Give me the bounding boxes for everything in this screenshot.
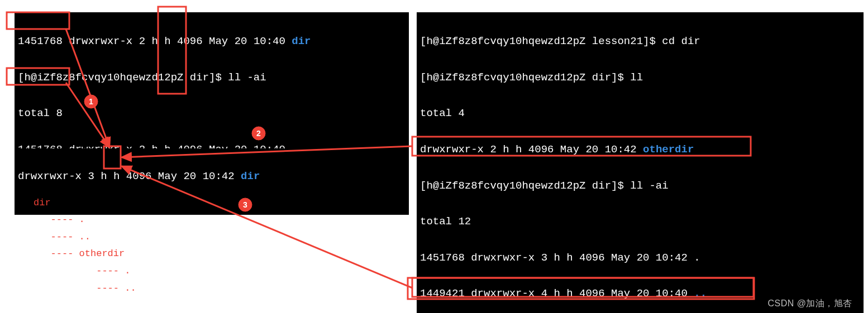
tree-line: ---- otherdir [34, 248, 125, 259]
ls-row: 1451768 drwxrwxr-x 2 h h 4096 May 20 10:… [18, 32, 406, 50]
prompt-line: [h@iZf8z8fcvqy10hqewzd12pZ lesson21]$ cd… [420, 32, 860, 50]
total-line: total 4 [420, 104, 860, 122]
tree-line: ---- . [34, 266, 130, 276]
prompt-line: [h@iZf8z8fcvqy10hqewzd12pZ dir]$ ll [420, 69, 860, 86]
inode: 1451768 [18, 35, 63, 47]
ls-row: 1451768 drwxrwxr-x 3 h h 4096 May 20 10:… [420, 249, 860, 267]
dotdot-entry: .. [694, 287, 707, 300]
dir-name: dir [292, 35, 311, 47]
total-line: total 8 [18, 104, 406, 122]
dir-tree: dir ---- . ---- .. ---- otherdir ---- . … [34, 177, 136, 297]
tree-line: dir [34, 198, 51, 208]
prompt-line: [h@iZf8z8fcvqy10hqewzd12pZ dir]$ ll -ai [420, 177, 860, 195]
watermark: CSDN @加油，旭杏 [767, 298, 852, 310]
tree-line: ---- .. [34, 283, 136, 293]
tree-line: ---- . [34, 214, 85, 225]
tree-line: ---- .. [34, 232, 90, 242]
terminal-right: [h@iZf8z8fcvqy10hqewzd12pZ lesson21]$ cd… [417, 12, 864, 313]
ls-row: drwxrwxr-x 2 h h 4096 May 20 10:42 other… [420, 141, 860, 158]
total-line: total 12 [420, 213, 860, 230]
dir-name: dir [241, 170, 260, 182]
prompt-line: [h@iZf8z8fcvqy10hqewzd12pZ dir]$ ll -ai [18, 69, 406, 86]
dir-name: otherdir [643, 143, 694, 156]
